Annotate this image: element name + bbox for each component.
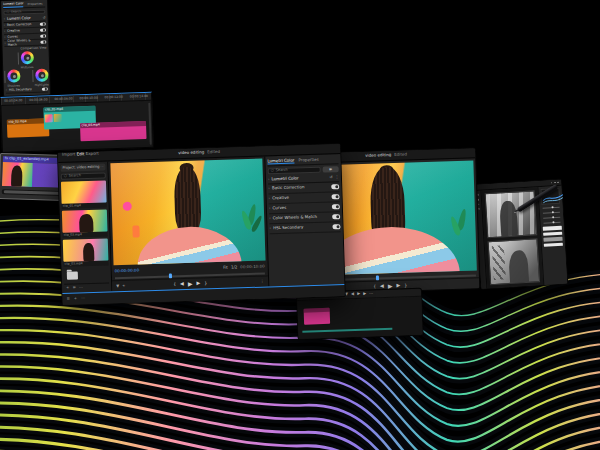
reset-icon[interactable]: ↺ xyxy=(330,176,333,180)
bin-clip-2[interactable]: clip_02.mp4 xyxy=(62,209,108,237)
window-title: video editing xyxy=(178,151,204,156)
section-toggle[interactable] xyxy=(332,204,340,209)
search-icon: ○ xyxy=(64,175,67,179)
project-tab[interactable]: Project: video editing ⋯ xyxy=(60,163,105,171)
mark-out-icon[interactable]: } xyxy=(204,281,207,285)
photo-adjustments-sidebar xyxy=(537,186,567,285)
preset-swatch[interactable] xyxy=(543,226,562,231)
step-forward-icon[interactable]: ▶ xyxy=(196,281,200,287)
add-icon[interactable]: + xyxy=(122,284,125,288)
chevron-icon: › xyxy=(269,197,271,201)
timecode-current: 00:00:00:00 xyxy=(115,268,140,273)
step-back-icon[interactable]: ◀ xyxy=(180,281,184,287)
fit-dropdown[interactable]: Fit xyxy=(223,265,228,270)
chevron-down-icon: › xyxy=(268,178,270,182)
clip-thumbnail xyxy=(63,238,109,261)
menu-icon[interactable]: ≡ xyxy=(67,297,70,301)
folder-icon xyxy=(67,271,78,279)
program-monitor: 00:00:00:00 Fit 1/2 00:00:10:00 ▼ + { ◀ … xyxy=(108,156,268,291)
kebab-icon[interactable]: ⋮ xyxy=(335,175,339,180)
chevron-icon: › xyxy=(269,207,271,211)
preset-swatch[interactable] xyxy=(544,242,563,247)
play-icon[interactable]: ▶ xyxy=(357,292,360,296)
chevron-icon: › xyxy=(269,217,271,221)
preset-swatch[interactable] xyxy=(543,237,562,242)
bin-folder[interactable] xyxy=(64,267,109,282)
section-toggle[interactable] xyxy=(332,214,340,219)
bin-toolbar: + ≡ ⋯ xyxy=(64,282,109,290)
adjustment-slider[interactable] xyxy=(542,216,561,220)
window-title: video editing xyxy=(365,153,391,158)
window-control-icon[interactable] xyxy=(554,182,556,184)
section-toggle[interactable] xyxy=(331,194,339,199)
window-title-state: Edited xyxy=(394,153,407,158)
more-icon[interactable]: ⋯ xyxy=(81,296,85,301)
settings-icon[interactable]: ⋮ xyxy=(260,279,264,284)
tool-icon[interactable] xyxy=(478,203,480,205)
preset-swatch[interactable] xyxy=(543,231,562,236)
menu-icon: ≡ xyxy=(329,167,332,171)
chevron-icon: › xyxy=(269,227,271,231)
preview-image xyxy=(110,159,265,266)
bw-photo-2[interactable] xyxy=(487,238,540,285)
window-control-icon[interactable] xyxy=(557,181,559,183)
timeline-tracks xyxy=(297,297,422,339)
list-view-icon[interactable]: ≡ xyxy=(73,285,76,289)
audio-track[interactable] xyxy=(302,328,392,333)
scale-dropdown[interactable]: 1/2 xyxy=(231,265,238,270)
more-icon[interactable]: ⋯ xyxy=(100,165,104,169)
project-bin: Project: video editing ⋯ ○ Search clip_0… xyxy=(58,161,112,293)
window-control-icon[interactable] xyxy=(551,182,553,184)
panel-menu-button[interactable]: ≡ xyxy=(323,166,339,172)
section-toggle[interactable] xyxy=(332,224,340,229)
chevron-icon: › xyxy=(268,187,270,191)
marker-icon[interactable]: ▼ xyxy=(116,284,119,288)
panel-search-input[interactable]: ○ Search xyxy=(268,167,321,175)
tool-icon[interactable] xyxy=(478,208,480,210)
adjustment-slider[interactable] xyxy=(542,206,561,210)
more-icon[interactable]: ⋯ xyxy=(79,285,83,290)
lumetri-panel: Lumetri Color Properties ○ Search ≡ › Lu… xyxy=(264,154,344,286)
tab-properties[interactable]: Properties xyxy=(298,158,318,163)
main-editor-window: Import Edit Export video editing Edited … xyxy=(57,143,346,306)
adjustment-slider[interactable] xyxy=(542,211,561,215)
bin-clip-1[interactable]: clip_01.mp4 xyxy=(61,180,107,208)
step-forward-icon[interactable]: ▶ xyxy=(363,292,366,296)
mark-in-icon[interactable]: { xyxy=(173,282,176,286)
tool-icon[interactable] xyxy=(477,199,479,201)
clip-thumbnail xyxy=(62,209,108,232)
photo-editor-window xyxy=(474,179,568,290)
mark-in-icon[interactable]: { xyxy=(373,284,376,288)
more-icon[interactable]: ⋯ xyxy=(369,292,373,297)
window-title-state: Edited xyxy=(207,150,220,155)
step-back-icon[interactable]: ◀ xyxy=(351,292,354,296)
clip-thumbnail xyxy=(61,180,107,203)
bin-search-input[interactable]: ○ Search xyxy=(61,172,106,179)
timeline-clip[interactable] xyxy=(304,308,331,325)
bw-photo-1[interactable] xyxy=(485,190,538,237)
tab-lumetri-color[interactable]: Lumetri Color xyxy=(267,158,294,164)
search-icon: ○ xyxy=(271,169,274,173)
timecode-duration: 00:00:10:00 xyxy=(240,264,265,269)
add-icon[interactable]: + xyxy=(74,297,77,301)
section-toggle[interactable] xyxy=(331,184,339,189)
add-icon[interactable]: + xyxy=(66,285,69,289)
section-hsl-secondary[interactable]: › HSL Secondary xyxy=(269,222,340,234)
play-icon[interactable]: ▶ xyxy=(188,281,193,288)
tool-icon[interactable] xyxy=(477,194,479,196)
adjustment-slider[interactable] xyxy=(542,221,561,225)
bin-clip-3[interactable]: clip_03.mp4 xyxy=(63,238,109,266)
